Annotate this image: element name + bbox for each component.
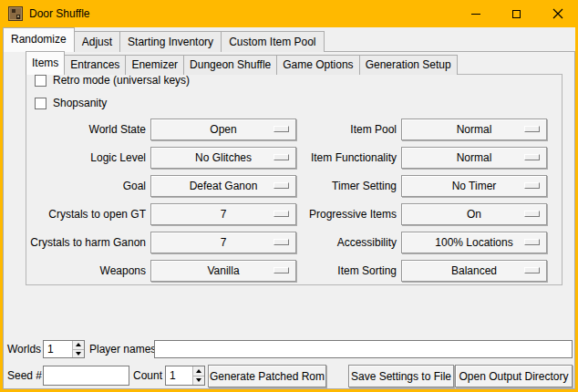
close-button[interactable] [537,0,578,27]
crystals-ganon-value: 7 [221,236,227,249]
item-pool-value: Normal [457,123,492,136]
item-functionality-value: Normal [457,151,492,164]
count-spinner[interactable]: 1 [165,366,205,386]
progressive-items-label: Progressive Items [258,203,397,225]
dropdown-indicator-icon [524,267,540,273]
dropdown-indicator-icon [524,239,540,245]
weapons-value: Vanilla [207,264,239,277]
titlebar: Door Shuffle [0,0,578,27]
tab-items[interactable]: Items [26,51,65,75]
maximize-icon [512,10,521,18]
retro-mode-checkbox[interactable] [35,75,46,87]
item-functionality-label: Item Functionality [258,147,397,169]
seed-input[interactable] [43,366,129,386]
worlds-label: Worlds [7,340,41,358]
timer-setting-label: Timer Setting [258,175,397,197]
item-sorting-dropdown[interactable]: Balanced [401,260,547,282]
sub-tab-bar: Items Entrances Enemizer Dungeon Shuffle… [26,51,457,75]
arrow-up-icon [196,369,201,373]
window-title: Door Shuffle [29,7,90,20]
crystals-gt-value: 7 [221,208,227,221]
spinner-buttons [72,341,84,357]
spin-up-button[interactable] [193,366,204,377]
player-names-label: Player names [89,340,156,358]
count-label: Count [133,366,162,385]
main-tab-bar: Randomize Adjust Starting Inventory Cust… [3,27,324,52]
item-pool-label: Item Pool [258,119,397,140]
tab-randomize[interactable]: Randomize [3,27,75,52]
accessibility-value: 100% Locations [435,236,512,249]
door-icon [8,6,23,21]
shopsanity-checkbox[interactable] [35,98,46,109]
crystals-gt-label: Crystals to open GT [3,203,146,225]
worlds-spinner[interactable]: 1 [43,340,85,358]
seed-label: Seed # [7,366,42,385]
count-value: 1 [166,369,192,382]
item-sorting-value: Balanced [451,264,497,277]
arrow-down-icon [76,352,81,356]
goal-value: Defeat Ganon [190,180,258,192]
item-sorting-label: Item Sorting [258,260,397,282]
spinner-buttons [192,366,204,385]
arrow-up-icon [76,343,81,346]
dropdown-indicator-icon [524,211,540,217]
tab-custom-item-pool[interactable]: Custom Item Pool [221,31,324,52]
dropdown-indicator-icon [524,154,540,160]
progressive-items-value: On [467,208,481,221]
save-settings-button[interactable]: Save Settings to File [348,365,454,387]
minimize-icon [471,14,480,15]
tab-generation-setup[interactable]: Generation Setup [359,55,458,75]
open-output-directory-button[interactable]: Open Output Directory [455,365,573,387]
tab-entrances[interactable]: Entrances [64,55,126,75]
tab-starting-inventory[interactable]: Starting Inventory [119,31,222,52]
spin-down-button[interactable] [73,350,84,358]
goal-label: Goal [3,175,146,197]
spin-up-button[interactable] [73,341,84,350]
logic-level-label: Logic Level [3,147,146,169]
logic-level-value: No Glitches [195,151,252,164]
accessibility-label: Accessibility [258,232,397,253]
retro-mode-label: Retro mode (universal keys) [53,74,190,87]
arrow-down-icon [196,378,201,382]
item-pool-dropdown[interactable]: Normal [401,119,547,140]
crystals-ganon-label: Crystals to harm Ganon [3,232,146,253]
generate-patched-rom-button[interactable]: Generate Patched Rom [208,365,326,387]
world-state-label: World State [3,119,146,140]
accessibility-dropdown[interactable]: 100% Locations [401,232,547,253]
timer-setting-dropdown[interactable]: No Timer [401,175,547,197]
content-area: Randomize Adjust Starting Inventory Cust… [3,27,575,389]
tab-game-options[interactable]: Game Options [276,55,359,75]
minimize-button[interactable] [455,0,496,27]
window-controls [455,0,578,27]
world-state-value: Open [210,123,236,136]
spin-down-button[interactable] [193,377,204,386]
retro-mode-checkbox-row: Retro mode (universal keys) [35,73,190,88]
maximize-button[interactable] [496,0,537,27]
progressive-items-dropdown[interactable]: On [401,203,547,225]
shopsanity-label: Shopsanity [53,97,107,109]
shopsanity-checkbox-row: Shopsanity [35,96,107,110]
close-icon [552,8,563,19]
worlds-value: 1 [44,343,72,356]
dropdown-indicator-icon [524,126,540,132]
weapons-label: Weapons [3,260,146,282]
timer-setting-value: No Timer [452,180,497,192]
tab-adjust[interactable]: Adjust [74,31,120,52]
dropdown-indicator-icon [524,182,540,189]
player-names-input[interactable] [154,340,573,358]
tab-enemizer[interactable]: Enemizer [125,55,184,75]
tab-dungeon-shuffle[interactable]: Dungeon Shuffle [183,55,277,75]
item-functionality-dropdown[interactable]: Normal [401,147,547,169]
door-shuffle-window: Door Shuffle Randomize Adjust Starting I… [0,0,578,392]
